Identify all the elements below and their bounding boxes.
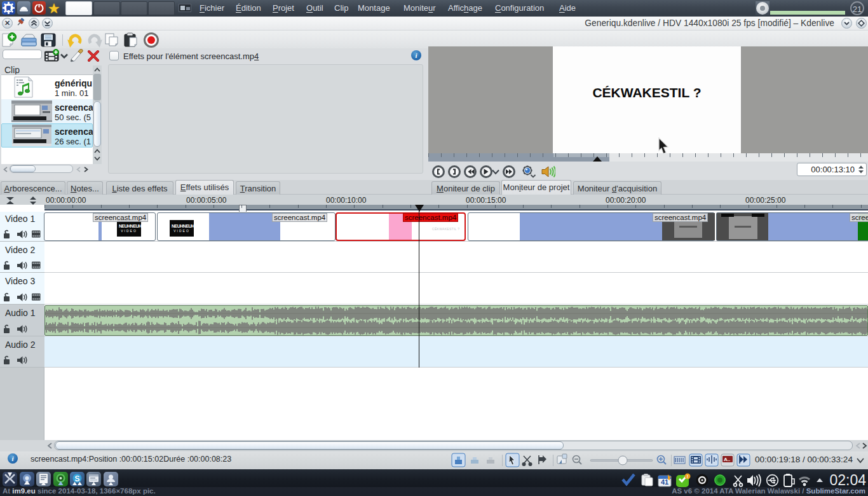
svg-text:!: ! — [687, 474, 688, 479]
svg-text:41: 41 — [661, 478, 668, 486]
svg-text:A..: A.. — [724, 457, 730, 462]
svg-text:K: K — [6, 4, 11, 12]
svg-text:S: S — [74, 474, 79, 483]
